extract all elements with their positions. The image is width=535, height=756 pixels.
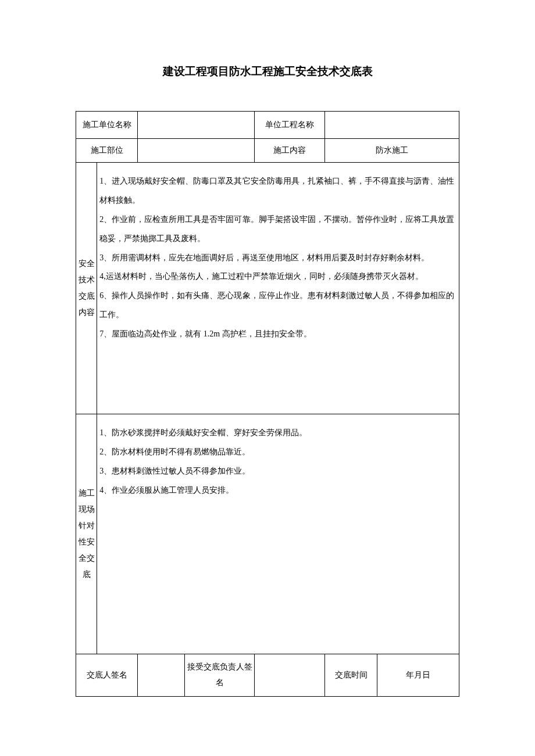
label-time: 交底时间 (324, 654, 377, 697)
form-table: 施工单位名称 单位工程名称 施工部位 施工内容 防水施工 安全技术交底内容 1、… (76, 111, 459, 697)
row-signature: 交底人签名 接受交底负责人签名 交底时间 年月日 (76, 654, 459, 697)
label-part: 施工部位 (76, 139, 138, 163)
value-unit-name[interactable] (138, 112, 255, 139)
label-signer: 交底人签名 (76, 654, 138, 697)
site-content: 1、防水砂浆搅拌时必须戴好安全帽、穿好安全劳保用品。 2、防水材料使用时不得有易… (97, 414, 459, 654)
label-site-content: 施工现场针对性安全交底 (76, 414, 97, 654)
row-safety: 安全技术交底内容 1、进入现场戴好安全帽、防毒口罩及其它安全防毒用具，扎紧袖口、… (76, 163, 459, 414)
safety-content: 1、进入现场戴好安全帽、防毒口罩及其它安全防毒用具，扎紧袖口、裤，手不得直接与沥… (97, 163, 459, 414)
row-site: 施工现场针对性安全交底 1、防水砂浆搅拌时必须戴好安全帽、穿好安全劳保用品。 2… (76, 414, 459, 654)
value-time[interactable]: 年月日 (377, 654, 459, 697)
document-title: 建设工程项目防水工程施工安全技术交底表 (76, 64, 459, 79)
value-part[interactable] (138, 139, 255, 163)
document-page: 建设工程项目防水工程施工安全技术交底表 施工单位名称 单位工程名称 施工部位 施… (0, 0, 535, 697)
value-content: 防水施工 (324, 139, 459, 163)
label-safety-content: 安全技术交底内容 (76, 163, 97, 414)
value-proj-name[interactable] (324, 112, 459, 139)
safety-text: 1、进入现场戴好安全帽、防毒口罩及其它安全防毒用具，扎紧袖口、裤，手不得直接与沥… (99, 172, 454, 344)
label-proj-name: 单位工程名称 (255, 112, 325, 139)
row-part: 施工部位 施工内容 防水施工 (76, 139, 459, 163)
row-unit-name: 施工单位名称 单位工程名称 (76, 112, 459, 139)
site-text: 1、防水砂浆搅拌时必须戴好安全帽、穿好安全劳保用品。 2、防水材料使用时不得有易… (99, 424, 454, 500)
value-signer[interactable] (138, 654, 184, 697)
value-receiver[interactable] (255, 654, 325, 697)
label-unit-name: 施工单位名称 (76, 112, 138, 139)
label-content: 施工内容 (255, 139, 325, 163)
label-receiver: 接受交底负责人签名 (184, 654, 255, 697)
